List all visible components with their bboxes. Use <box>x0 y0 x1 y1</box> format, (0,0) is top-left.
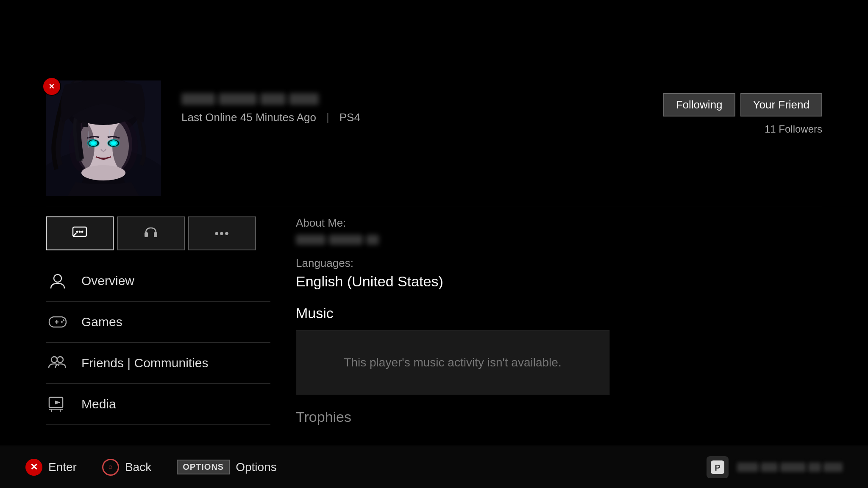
status-separator: | <box>326 111 329 124</box>
trophies-label: Trophies <box>296 409 822 425</box>
about-blur-3 <box>366 235 379 245</box>
overview-label: Overview <box>81 274 134 288</box>
media-icon <box>46 392 70 416</box>
nav-games[interactable]: Games <box>46 302 270 343</box>
profile-section: × <box>0 80 868 196</box>
following-button[interactable]: Following <box>663 93 735 116</box>
tab-row: ••• <box>46 216 270 250</box>
about-content <box>296 235 822 245</box>
user-blur-1 <box>737 463 758 472</box>
svg-point-16 <box>81 165 125 180</box>
user-blur-4 <box>808 463 821 472</box>
top-background <box>0 0 868 80</box>
avatar <box>46 80 161 196</box>
languages-label: Languages: <box>296 257 822 270</box>
username-blur-4 <box>289 93 319 105</box>
nav-overview[interactable]: Overview <box>46 261 270 302</box>
tab-headset[interactable] <box>117 216 185 250</box>
games-icon <box>46 310 70 334</box>
enter-button[interactable]: ✕ Enter <box>25 459 77 476</box>
svg-point-12 <box>111 141 116 145</box>
sidebar: ••• Overview <box>46 216 270 425</box>
psn-icon: P <box>707 456 729 478</box>
options-button[interactable]: OPTIONS Options <box>177 460 277 474</box>
about-blur-1 <box>296 235 326 245</box>
avatar-container: × <box>46 80 161 196</box>
user-blur-3 <box>780 463 806 472</box>
svg-text:P: P <box>715 463 720 472</box>
back-label: Back <box>125 460 151 474</box>
tab-more[interactable]: ••• <box>188 216 256 250</box>
games-label: Games <box>81 315 122 329</box>
music-label: Music <box>296 305 822 322</box>
enter-label: Enter <box>48 460 77 474</box>
nav-friends-communities[interactable]: Friends | Communities <box>46 343 270 384</box>
svg-rect-21 <box>145 232 148 237</box>
tab-message[interactable] <box>46 216 114 250</box>
back-button[interactable]: ○ Back <box>102 459 151 476</box>
svg-rect-22 <box>154 232 157 237</box>
platform-label: PS4 <box>339 111 360 124</box>
svg-point-20 <box>81 230 83 233</box>
svg-point-27 <box>63 319 64 321</box>
bottom-right: P <box>707 456 843 478</box>
your-friend-button[interactable]: Your Friend <box>740 93 822 116</box>
username-blur-1 <box>181 93 215 105</box>
circle-button-icon: ○ <box>102 459 119 476</box>
headset-icon <box>142 224 159 244</box>
about-blur-2 <box>329 235 363 245</box>
music-empty-box: This player's music activity isn't avail… <box>296 330 609 395</box>
bottom-bar: ✕ Enter ○ Back OPTIONS Options P <box>0 446 868 488</box>
last-online-status: Last Online 45 Minutes Ago <box>181 111 316 124</box>
options-label: Options <box>236 460 277 474</box>
svg-point-23 <box>54 274 61 282</box>
action-buttons: Following Your Friend <box>663 93 822 116</box>
user-id-display <box>737 463 843 472</box>
svg-point-26 <box>61 321 63 323</box>
friends-label: Friends | Communities <box>81 356 209 370</box>
friends-icon <box>46 351 70 375</box>
languages-value: English (United States) <box>296 273 822 290</box>
username <box>181 93 319 105</box>
svg-point-28 <box>51 357 57 363</box>
close-icon: × <box>49 81 55 92</box>
main-content: ••• Overview <box>0 216 868 425</box>
close-badge: × <box>42 77 61 96</box>
svg-point-19 <box>79 230 81 233</box>
overview-icon <box>46 269 70 293</box>
svg-point-18 <box>76 230 78 233</box>
more-icon: ••• <box>214 227 229 240</box>
profile-divider <box>46 206 822 206</box>
options-key: OPTIONS <box>177 460 230 474</box>
nav-media[interactable]: Media <box>46 384 270 425</box>
message-icon <box>71 224 88 244</box>
svg-point-11 <box>91 141 96 145</box>
music-empty-message: This player's music activity isn't avail… <box>344 356 561 369</box>
username-blur-3 <box>260 93 286 105</box>
svg-point-29 <box>57 357 63 363</box>
x-button-icon: ✕ <box>25 459 42 476</box>
user-blur-2 <box>761 463 778 472</box>
username-blur-2 <box>219 93 257 105</box>
user-blur-5 <box>823 463 843 472</box>
media-label: Media <box>81 397 116 411</box>
profile-actions: Following Your Friend 11 Followers <box>663 93 822 135</box>
about-label: About Me: <box>296 216 822 230</box>
content-panel: About Me: Languages: English (United Sta… <box>270 216 822 425</box>
followers-count: 11 Followers <box>765 123 822 135</box>
